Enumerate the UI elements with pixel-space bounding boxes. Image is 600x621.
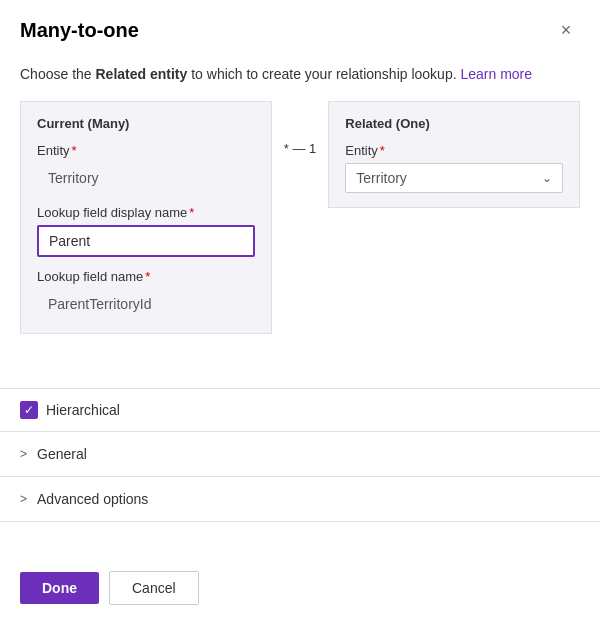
entity-value: Territory <box>37 163 255 193</box>
lookup-name-required: * <box>145 269 150 284</box>
related-panel-title: Related (One) <box>345 116 563 131</box>
related-entity-value: Territory <box>356 170 407 186</box>
current-panel: Current (Many) Entity* Territory Lookup … <box>20 101 272 334</box>
chevron-down-icon: ⌄ <box>542 171 552 185</box>
lookup-name-field-group: Lookup field name* ParentTerritoryId <box>37 269 255 319</box>
entity-label: Entity* <box>37 143 255 158</box>
related-entity-field-group: Entity* Territory ⌄ <box>345 143 563 193</box>
advanced-options-label: Advanced options <box>37 491 148 507</box>
relationship-connector: * — 1 <box>272 101 329 156</box>
close-button[interactable]: × <box>552 16 580 44</box>
learn-more-link[interactable]: Learn more <box>460 66 532 82</box>
hierarchical-row: ✓ Hierarchical <box>0 388 600 432</box>
hierarchical-label: Hierarchical <box>46 402 120 418</box>
description: Choose the Related entity to which to cr… <box>20 64 580 85</box>
description-text: Choose the <box>20 66 96 82</box>
cancel-button[interactable]: Cancel <box>109 571 199 605</box>
lookup-display-field-group: Lookup field display name* <box>37 205 255 257</box>
chevron-right-icon: > <box>20 447 27 461</box>
related-entity-select[interactable]: Territory ⌄ <box>345 163 563 193</box>
spacer <box>0 522 600 556</box>
hierarchical-checkbox-container: ✓ Hierarchical <box>20 401 120 419</box>
entity-row: Current (Many) Entity* Territory Lookup … <box>20 101 580 334</box>
hierarchical-checkbox[interactable]: ✓ <box>20 401 38 419</box>
general-section-label: General <box>37 446 87 462</box>
chevron-right-icon-2: > <box>20 492 27 506</box>
entity-required: * <box>72 143 77 158</box>
lookup-display-required: * <box>189 205 194 220</box>
related-panel: Related (One) Entity* Territory ⌄ <box>328 101 580 208</box>
description-bold: Related entity <box>96 66 188 82</box>
entity-field-group: Entity* Territory <box>37 143 255 193</box>
dialog-header: Many-to-one × <box>0 0 600 54</box>
lookup-name-label: Lookup field name* <box>37 269 255 284</box>
general-section[interactable]: > General <box>0 432 600 477</box>
checkmark-icon: ✓ <box>24 404 34 416</box>
advanced-options-section[interactable]: > Advanced options <box>0 477 600 522</box>
related-entity-label: Entity* <box>345 143 563 158</box>
dialog-body: Choose the Related entity to which to cr… <box>0 54 600 388</box>
lookup-display-label: Lookup field display name* <box>37 205 255 220</box>
current-panel-title: Current (Many) <box>37 116 255 131</box>
lookup-name-value: ParentTerritoryId <box>37 289 255 319</box>
dialog-title: Many-to-one <box>20 19 139 42</box>
dialog-footer: Done Cancel <box>0 555 600 621</box>
many-to-one-dialog: Many-to-one × Choose the Related entity … <box>0 0 600 621</box>
related-entity-required: * <box>380 143 385 158</box>
done-button[interactable]: Done <box>20 572 99 604</box>
description-suffix: to which to create your relationship loo… <box>187 66 460 82</box>
lookup-display-input[interactable] <box>37 225 255 257</box>
